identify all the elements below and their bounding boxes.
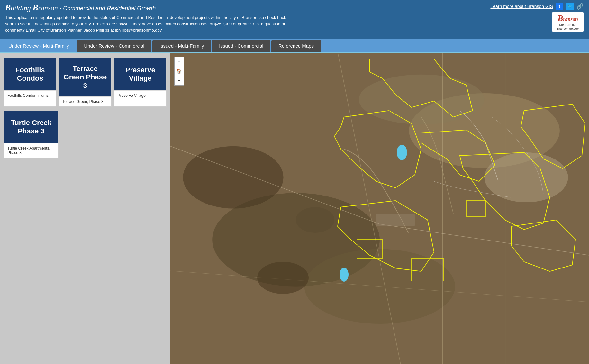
card-header-turtle-creek: Turtle Creek Phase 3 [4, 111, 58, 143]
link-icon[interactable]: 🔗 [576, 3, 584, 10]
map-controls: + 🏠 − [174, 57, 184, 86]
header-left: Building Branson · Commercial and Reside… [5, 3, 490, 33]
zoom-in-button[interactable]: + [174, 57, 184, 66]
title-tagline: · Commercial and Residential Growth [60, 5, 156, 12]
gis-link-row: Learn more about Branson GIS f 🐦 🔗 [490, 3, 584, 10]
svg-point-29 [257, 262, 309, 294]
svg-point-25 [397, 145, 407, 160]
svg-rect-27 [376, 214, 415, 226]
tab-under-review-multifamily[interactable]: Under Review - Multi-Family [1, 40, 76, 52]
svg-point-26 [340, 268, 349, 282]
twitter-icon[interactable]: 🐦 [566, 3, 574, 10]
card-footer-foothills: Foothills Condominiums [4, 90, 56, 100]
branson-logo: Branson MISSOURI BransonMo.gov [552, 12, 584, 32]
header: Building Branson · Commercial and Reside… [0, 0, 589, 39]
svg-point-28 [296, 207, 334, 233]
card-footer-turtle-creek: Turtle Creek Apartments, Phase 3 [4, 143, 58, 158]
card-footer-preserve-village: Preserve Village [114, 90, 166, 100]
app-title: Building Branson · Commercial and Reside… [5, 3, 490, 13]
tab-reference-maps[interactable]: Reference Maps [271, 40, 321, 52]
app-description: This application is regularly updated to… [5, 14, 294, 33]
card-header-foothills: Foothills Condos [4, 58, 56, 90]
project-card-foothills-condos[interactable]: Foothills Condos Foothills Condominiums [4, 58, 56, 107]
svg-point-3 [359, 75, 485, 124]
project-card-turtle-creek[interactable]: Turtle Creek Phase 3 Turtle Creek Apartm… [4, 111, 59, 158]
tab-issued-commercial[interactable]: Issued - Commercial [212, 40, 270, 52]
map-container[interactable]: + 🏠 − [170, 53, 589, 364]
tab-bar: Under Review - Multi-Family Under Review… [0, 39, 589, 53]
gis-link[interactable]: Learn more about Branson GIS [490, 4, 553, 9]
map-svg-overlay [170, 53, 589, 364]
logo-website: BransonMo.gov [557, 27, 579, 30]
title-building: Building Branson [5, 3, 60, 12]
tab-issued-multifamily[interactable]: Issued - Multi-Family [152, 40, 211, 52]
project-card-terrace-green[interactable]: Terrace Green Phase 3 Terrace Green, Pha… [59, 58, 111, 107]
home-button[interactable]: 🏠 [174, 66, 184, 76]
main-content: Foothills Condos Foothills Condominiums … [0, 53, 589, 364]
map-background [170, 53, 589, 364]
tab-under-review-commercial[interactable]: Under Review - Commercial [77, 40, 151, 52]
logo-text: Branson [557, 14, 578, 23]
project-card-preserve-village[interactable]: Preserve Village Preserve Village [114, 58, 167, 107]
project-card-row-2: Turtle Creek Phase 3 Turtle Creek Apartm… [4, 111, 167, 158]
project-card-row-1: Foothills Condos Foothills Condominiums … [4, 58, 167, 107]
card-header-preserve-village: Preserve Village [114, 58, 166, 90]
project-list-panel: Foothills Condos Foothills Condominiums … [0, 53, 170, 364]
zoom-out-button[interactable]: − [174, 76, 184, 86]
logo-state: MISSOURI [559, 23, 576, 27]
card-header-terrace-green: Terrace Green Phase 3 [59, 58, 111, 96]
facebook-icon[interactable]: f [556, 3, 563, 10]
svg-point-5 [183, 146, 283, 209]
card-footer-terrace-green: Terrace Green, Phase 3 [59, 96, 111, 106]
header-right: Learn more about Branson GIS f 🐦 🔗 Brans… [490, 3, 584, 32]
